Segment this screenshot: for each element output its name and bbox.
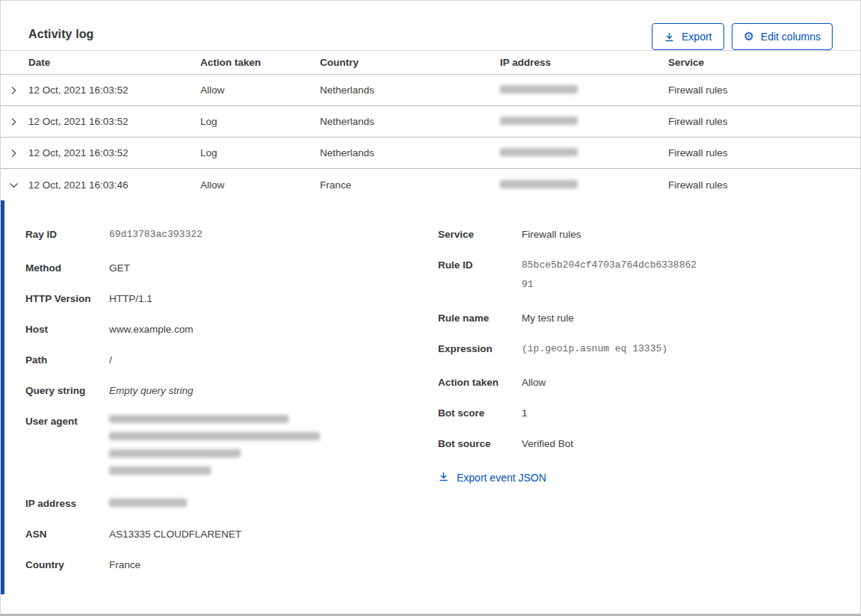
detail-value: / — [109, 354, 112, 367]
cell-country: France — [320, 179, 500, 191]
detail-row-rule-name: Rule name My test rule — [438, 312, 860, 325]
redacted-ip — [500, 117, 578, 125]
redacted-ip — [500, 180, 578, 188]
detail-row-host: Host www.example.com — [25, 323, 438, 336]
chevron-right-icon[interactable] — [1, 84, 28, 96]
detail-label: Bot source — [438, 437, 522, 451]
detail-row-query-string: Query string Empty query string — [25, 384, 438, 398]
column-header-action-taken: Action taken — [200, 57, 320, 68]
detail-row-bot-score: Bot score 1 — [438, 407, 860, 420]
detail-value: 85bce5b204cf4703a764dcb633886291 — [522, 256, 701, 295]
edit-columns-button-label: Edit columns — [761, 31, 821, 43]
table-row[interactable]: 12 Oct, 2021 16:03:52 Allow Netherlands … — [1, 75, 860, 106]
cell-service: Firewall rules — [668, 179, 860, 191]
detail-value: HTTP/1.1 — [109, 292, 152, 306]
detail-label: Expression — [438, 342, 522, 356]
detail-row-ip-address: IP address — [25, 497, 438, 511]
detail-value: (ip.geoip.asnum eq 13335) — [522, 339, 667, 359]
cell-action-taken: Log — [200, 147, 320, 158]
chevron-right-icon[interactable] — [1, 147, 28, 159]
cell-date: 12 Oct, 2021 16:03:46 — [28, 179, 200, 191]
table-row-expanded[interactable]: 12 Oct, 2021 16:03:46 Allow France Firew… — [1, 169, 860, 200]
cell-service: Firewall rules — [668, 147, 860, 158]
export-button-label: Export — [682, 31, 712, 43]
cell-action-taken: Log — [200, 116, 320, 127]
detail-label: ASN — [25, 528, 109, 541]
redacted-ip — [500, 148, 578, 156]
detail-label: Action taken — [438, 376, 522, 389]
detail-value: 69d13783ac393322 — [109, 225, 203, 244]
detail-value: France — [109, 558, 141, 572]
detail-row-service: Service Firewall rules — [438, 228, 860, 241]
detail-label: Rule name — [438, 312, 522, 325]
column-header-country: Country — [320, 57, 500, 68]
redacted-ip — [500, 85, 578, 93]
download-icon — [664, 31, 675, 43]
detail-row-user-agent: User agent — [25, 415, 438, 484]
export-event-json-link[interactable]: Export event JSON — [438, 471, 546, 484]
detail-label: IP address — [25, 497, 109, 511]
edit-columns-button[interactable]: ⚙ Edit columns — [732, 23, 833, 50]
cell-service: Firewall rules — [668, 116, 860, 127]
gear-icon: ⚙ — [744, 31, 754, 43]
chevron-right-icon[interactable] — [1, 116, 28, 128]
cell-date: 12 Oct, 2021 16:03:52 — [28, 116, 200, 127]
detail-label: Host — [25, 323, 109, 336]
topbar: Activity log Export ⚙ Edit columns — [1, 1, 860, 50]
column-header-date: Date — [28, 57, 200, 68]
redacted-line — [109, 449, 241, 458]
detail-row-country: Country France — [25, 558, 438, 572]
detail-value: Verified Bot — [522, 437, 573, 451]
cell-ip-address — [500, 147, 668, 158]
redacted-line — [109, 415, 288, 423]
export-button[interactable]: Export — [652, 23, 723, 50]
detail-row-path: Path / — [25, 354, 438, 367]
detail-left-column: Ray ID 69d13783ac393322 Method GET HTTP … — [25, 228, 438, 594]
cell-ip-address — [500, 84, 668, 96]
cell-action-taken: Allow — [200, 84, 320, 96]
detail-row-asn: ASN AS13335 CLOUDFLARENET — [25, 528, 438, 541]
page-title: Activity log — [28, 28, 93, 41]
detail-label: Ray ID — [25, 228, 109, 241]
cell-ip-address — [500, 179, 668, 191]
cell-country: Netherlands — [320, 147, 500, 158]
detail-label: HTTP Version — [25, 292, 109, 306]
cell-country: Netherlands — [320, 84, 500, 96]
cell-date: 12 Oct, 2021 16:03:52 — [28, 84, 200, 96]
table-row[interactable]: 12 Oct, 2021 16:03:52 Log Netherlands Fi… — [1, 106, 860, 138]
detail-row-expression: Expression (ip.geoip.asnum eq 13335) — [438, 342, 860, 359]
cell-ip-address — [500, 116, 668, 127]
detail-value: 1 — [522, 407, 528, 420]
table-row[interactable]: 12 Oct, 2021 16:03:52 Log Netherlands Fi… — [1, 138, 860, 169]
cell-country: Netherlands — [320, 116, 500, 127]
detail-value: GET — [109, 262, 130, 275]
detail-label: Query string — [25, 384, 109, 398]
detail-label: Service — [438, 228, 522, 241]
redacted-ip — [109, 497, 187, 511]
event-detail-panel: Ray ID 69d13783ac393322 Method GET HTTP … — [1, 200, 860, 594]
detail-label: User agent — [25, 415, 109, 428]
detail-row-rule-id: Rule ID 85bce5b204cf4703a764dcb633886291 — [438, 259, 860, 295]
detail-label: Method — [25, 262, 109, 275]
detail-value: www.example.com — [109, 323, 194, 336]
column-header-ip-address: IP address — [500, 57, 668, 68]
export-event-json-label: Export event JSON — [457, 472, 546, 484]
redacted-user-agent — [109, 415, 320, 484]
table-header: Date Action taken Country IP address Ser… — [1, 50, 860, 75]
chevron-down-icon[interactable] — [1, 179, 28, 191]
detail-label: Rule ID — [438, 259, 522, 272]
cell-service: Firewall rules — [668, 84, 860, 96]
cell-action-taken: Allow — [200, 179, 320, 191]
column-header-service: Service — [668, 57, 860, 68]
detail-label: Bot score — [438, 407, 522, 420]
detail-value: Firewall rules — [522, 228, 581, 241]
detail-right-column: Service Firewall rules Rule ID 85bce5b20… — [438, 228, 860, 594]
detail-row-ray-id: Ray ID 69d13783ac393322 — [25, 228, 438, 244]
detail-value: AS13335 CLOUDFLARENET — [109, 528, 241, 541]
detail-row-action-taken: Action taken Allow — [438, 376, 860, 389]
download-icon — [438, 471, 449, 484]
redacted-line — [109, 432, 320, 440]
activity-log-panel: Activity log Export ⚙ Edit columns Date … — [0, 0, 861, 616]
detail-value: Allow — [522, 376, 546, 389]
detail-label: Path — [25, 354, 109, 367]
